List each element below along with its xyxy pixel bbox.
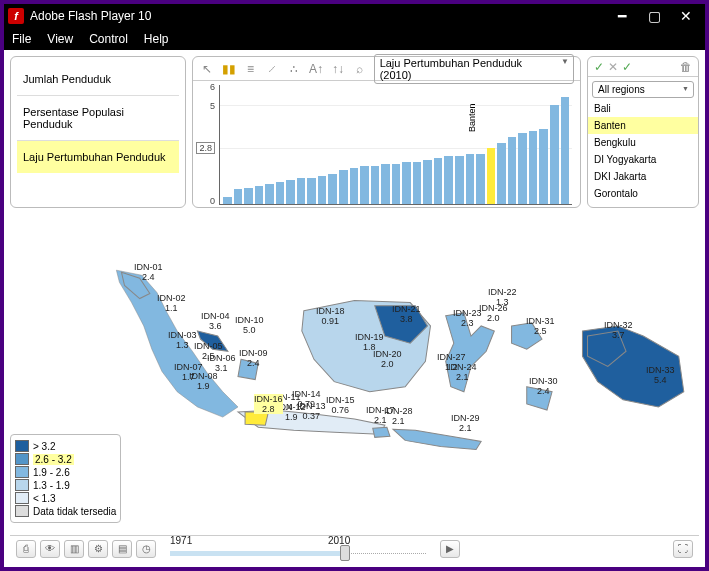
map-area[interactable]: > 3.22.6 - 3.21.9 - 2.61.3 - 1.9< 1.3Dat… bbox=[10, 212, 699, 531]
region-filter-dropdown[interactable]: All regions bbox=[592, 81, 694, 98]
legend-row[interactable]: 1.3 - 1.9 bbox=[15, 479, 116, 491]
chart-bar[interactable] bbox=[244, 188, 253, 204]
hbar-chart-icon[interactable]: ≡ bbox=[243, 61, 259, 77]
timeline-handle[interactable] bbox=[340, 545, 350, 561]
timeline-current: 2010 bbox=[328, 535, 350, 546]
bottom-toolbar: ⎙ 👁 ▥ ⚙ ▤ ◷ 1971 2010 ▶ ⛶ bbox=[10, 535, 699, 561]
uncheck-icon[interactable]: ✕ bbox=[608, 60, 618, 74]
indicator-laju[interactable]: Laju Pertumbuhan Penduduk bbox=[17, 141, 179, 173]
maximize-button[interactable]: ▢ bbox=[639, 6, 669, 26]
chart-bar[interactable] bbox=[423, 160, 432, 204]
eye-icon[interactable]: 👁 bbox=[40, 540, 60, 558]
zoom-icon[interactable]: ⌕ bbox=[352, 61, 368, 77]
chart-bar[interactable]: Banten bbox=[487, 148, 496, 204]
chart-bar[interactable] bbox=[234, 189, 243, 204]
indicator-persentase[interactable]: Persentase Populasi Penduduk bbox=[17, 96, 179, 141]
chart-bar[interactable] bbox=[360, 166, 369, 204]
content-area: Jumlah Penduduk Persentase Populasi Pend… bbox=[4, 50, 705, 567]
chart-bar[interactable] bbox=[455, 156, 464, 204]
legend-row[interactable]: > 3.2 bbox=[15, 440, 116, 452]
chart-bar[interactable] bbox=[223, 197, 232, 204]
print-icon[interactable]: ⎙ bbox=[16, 540, 36, 558]
map-legend: > 3.22.6 - 3.21.9 - 2.61.3 - 1.9< 1.3Dat… bbox=[10, 434, 121, 523]
region-item[interactable]: DKI Jakarta bbox=[588, 168, 698, 185]
chart-bar[interactable] bbox=[476, 154, 485, 204]
app-window: f Adobe Flash Player 10 ━ ▢ ✕ File View … bbox=[0, 0, 709, 571]
chart-bar[interactable] bbox=[444, 156, 453, 204]
bar-chart-icon[interactable]: ▮▮ bbox=[221, 61, 237, 77]
chart-bar[interactable] bbox=[561, 97, 570, 204]
indicator-jumlah[interactable]: Jumlah Penduduk bbox=[17, 63, 179, 96]
chart-bar[interactable] bbox=[318, 176, 327, 204]
top-row: Jumlah Penduduk Persentase Populasi Pend… bbox=[10, 56, 699, 208]
minimize-button[interactable]: ━ bbox=[607, 6, 637, 26]
chart-bar[interactable] bbox=[466, 154, 475, 204]
expand-icon[interactable]: ⛶ bbox=[673, 540, 693, 558]
menu-help[interactable]: Help bbox=[144, 32, 169, 46]
timeline-start: 1971 bbox=[170, 535, 192, 546]
chart-toolbar: ↖ ▮▮ ≡ ⟋ ∴ A↑ ↑↓ ⌕ Laju Pertumbuhan Pend… bbox=[193, 57, 580, 81]
region-panel: ✓ ✕ ✓ 🗑 All regions BaliBantenBengkuluDI… bbox=[587, 56, 699, 208]
chart-bar[interactable] bbox=[297, 178, 306, 204]
chart-bar[interactable] bbox=[497, 143, 506, 204]
region-item[interactable]: Bengkulu bbox=[588, 134, 698, 151]
chart-bar[interactable] bbox=[371, 166, 380, 204]
menu-file[interactable]: File bbox=[12, 32, 31, 46]
chart-bar[interactable] bbox=[276, 182, 285, 204]
chart-bar[interactable] bbox=[413, 162, 422, 204]
chart-bar[interactable] bbox=[265, 184, 274, 204]
sort-val-icon[interactable]: ↑↓ bbox=[330, 61, 346, 77]
chart-bar[interactable] bbox=[529, 131, 538, 204]
region-item[interactable]: Gorontalo bbox=[588, 185, 698, 202]
chart-bar[interactable] bbox=[392, 164, 401, 204]
menu-control[interactable]: Control bbox=[89, 32, 128, 46]
settings-icon[interactable]: ⚙ bbox=[88, 540, 108, 558]
check2-icon[interactable]: ✓ bbox=[622, 60, 632, 74]
chart-bar[interactable] bbox=[255, 186, 264, 204]
region-item[interactable]: DI Yogyakarta bbox=[588, 151, 698, 168]
chart-bar[interactable] bbox=[307, 178, 316, 204]
chart-dropdown[interactable]: Laju Pertumbuhan Penduduk (2010) bbox=[374, 54, 574, 84]
region-item[interactable]: Banten bbox=[588, 117, 698, 134]
region-list[interactable]: BaliBantenBengkuluDI YogyakartaDKI Jakar… bbox=[588, 100, 698, 207]
indicator-panel: Jumlah Penduduk Persentase Populasi Pend… bbox=[10, 56, 186, 208]
chart-bar[interactable] bbox=[539, 129, 548, 204]
clock-icon[interactable]: ◷ bbox=[136, 540, 156, 558]
scatter-icon[interactable]: ∴ bbox=[286, 61, 302, 77]
chart-bar[interactable] bbox=[518, 133, 527, 204]
play-button[interactable]: ▶ bbox=[440, 540, 460, 558]
chart-panel: ↖ ▮▮ ≡ ⟋ ∴ A↑ ↑↓ ⌕ Laju Pertumbuhan Pend… bbox=[192, 56, 581, 208]
legend-row[interactable]: < 1.3 bbox=[15, 492, 116, 504]
titlebar: f Adobe Flash Player 10 ━ ▢ ✕ bbox=[4, 4, 705, 28]
chart-bar[interactable] bbox=[286, 180, 295, 204]
check-icon[interactable]: ✓ bbox=[594, 60, 604, 74]
chart-bar[interactable] bbox=[508, 137, 517, 204]
menubar: File View Control Help bbox=[4, 28, 705, 50]
legend-row[interactable]: 1.9 - 2.6 bbox=[15, 466, 116, 478]
menu-view[interactable]: View bbox=[47, 32, 73, 46]
chart-bar[interactable] bbox=[328, 174, 337, 204]
chart-body: 02.856 Banten bbox=[193, 81, 580, 209]
window-buttons: ━ ▢ ✕ bbox=[607, 6, 701, 26]
chart-y-axis: 02.856 bbox=[193, 85, 217, 205]
cursor-icon[interactable]: ↖ bbox=[199, 61, 215, 77]
chart-plot: Banten bbox=[219, 85, 572, 205]
line-chart-icon[interactable]: ⟋ bbox=[264, 61, 280, 77]
table-icon[interactable]: ▤ bbox=[112, 540, 132, 558]
trash-icon[interactable]: 🗑 bbox=[680, 60, 692, 74]
chart-bar[interactable] bbox=[434, 158, 443, 204]
region-item[interactable]: Bali bbox=[588, 100, 698, 117]
chart-bar[interactable] bbox=[339, 170, 348, 204]
close-button[interactable]: ✕ bbox=[671, 6, 701, 26]
chart-bar[interactable] bbox=[350, 168, 359, 204]
chart-bar[interactable] bbox=[550, 105, 559, 204]
chart-bar[interactable] bbox=[381, 164, 390, 204]
sort-az-icon[interactable]: A↑ bbox=[308, 61, 324, 77]
flash-icon: f bbox=[8, 8, 24, 24]
region-toolbar: ✓ ✕ ✓ 🗑 bbox=[588, 57, 698, 77]
legend-row[interactable]: 2.6 - 3.2 bbox=[15, 453, 116, 465]
chart-bar[interactable] bbox=[402, 162, 411, 204]
legend-row[interactable]: Data tidak tersedia bbox=[15, 505, 116, 517]
view-icon[interactable]: ▥ bbox=[64, 540, 84, 558]
timeline[interactable]: 1971 2010 bbox=[170, 539, 426, 559]
